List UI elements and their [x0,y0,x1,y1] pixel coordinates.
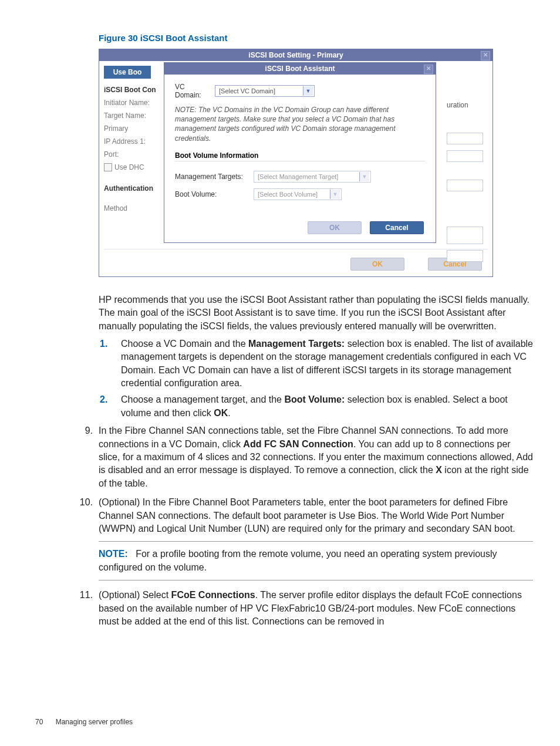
iscsi-boot-assistant-dialog: iSCSI Boot Assistant ✕ VC Domain: [Selec… [164,62,436,243]
text: . [228,408,230,418]
management-targets-select[interactable]: [Select Management Target] ▼ [254,171,371,183]
step-10: 10. (Optional) In the Fibre Channel Boot… [69,496,533,580]
partial-field[interactable] [447,133,483,144]
iscsi-primary-dialog: iSCSI Boot Setting - Primary ✕ Use Boo i… [99,49,493,277]
boot-volume-placeholder: [Select Boot Volume] [258,191,330,198]
list-marker: 11. [76,589,93,602]
target-name-label: Target Name: [104,112,164,120]
list-marker: 10. [76,496,93,509]
substep-1: 1. Choose a VC Domain and the Management… [121,337,533,390]
initiator-name-label: Initiator Name: [104,99,164,107]
intro-paragraph: HP recommends that you use the iSCSI Boo… [99,293,533,333]
list-marker: 9. [76,424,93,437]
port-label: Port: [104,150,164,158]
text: Choose a VC Domain and the [121,339,248,349]
boot-volume-label: Boot Volume: [175,190,250,198]
iscsi-boot-con-label: iSCSI Boot Con [104,86,164,94]
boot-volume-select[interactable]: [Select Boot Volume] ▼ [254,188,342,200]
bold-text: OK [214,408,228,418]
divider [104,249,488,249]
close-icon[interactable]: ✕ [424,65,433,74]
primary-ok-button[interactable]: OK [350,258,404,271]
partial-field[interactable] [447,227,483,244]
assistant-cancel-button[interactable]: Cancel [370,221,424,234]
bold-text: X [436,465,442,475]
note-label: NOTE: [99,549,128,559]
use-dhc-checkbox[interactable]: Use DHC [104,163,164,171]
vc-domain-placeholder: [Select VC Domain] [219,87,303,94]
assistant-ok-button[interactable]: OK [308,221,362,234]
bold-text: FCoE Connections [171,590,255,600]
ip-address-1-label: IP Address 1: [104,137,164,146]
footer-title: Managing server profiles [56,718,133,726]
bold-text: Boot Volume: [284,394,345,404]
management-targets-row: Management Targets: [Select Management T… [175,171,425,183]
page-number: 70 [35,718,43,726]
note-text: For a profile booting from the remote vo… [99,549,497,572]
list-marker: 1. [100,337,107,350]
bold-text: Add FC SAN Connection [243,439,353,449]
boot-volume-info-heading: Boot Volume Information [175,151,425,161]
page-footer: 70 Managing server profiles [35,718,133,726]
use-boo-tab[interactable]: Use Boo [104,66,151,79]
chevron-down-icon[interactable]: ▼ [359,172,369,181]
substep-2: 2. Choose a management target, and the B… [121,393,533,420]
primary-right-slice: uration [447,101,483,268]
vc-domain-note: NOTE: The VC Domains in the VC Domain Gr… [175,105,425,143]
vc-domain-label: VC Domain: [175,83,211,99]
chevron-down-icon[interactable]: ▼ [303,86,313,96]
step-9: 9. In the Fibre Channel SAN connections … [69,424,533,490]
vc-domain-select[interactable]: [Select VC Domain] ▼ [215,85,315,97]
primary-title-text: iSCSI Boot Setting - Primary [248,51,343,59]
management-targets-label: Management Targets: [175,173,250,181]
use-dhc-label: Use DHC [114,163,144,171]
text: (Optional) In the Fibre Channel Boot Par… [99,497,515,534]
primary-button-row: OK Cancel [104,255,488,271]
authentication-label: Authentication [104,184,164,193]
checkbox-icon[interactable] [104,163,112,171]
management-targets-placeholder: [Select Management Target] [258,173,359,180]
vc-domain-row: VC Domain: [Select VC Domain] ▼ [175,83,425,99]
close-icon[interactable]: ✕ [481,51,490,60]
assistant-button-row: OK Cancel [175,218,425,238]
text: (Optional) Select [99,590,171,600]
chevron-down-icon[interactable]: ▼ [330,190,340,199]
method-label: Method [104,204,164,212]
partial-field[interactable] [447,250,483,262]
assistant-title-bar: iSCSI Boot Assistant ✕ [164,63,436,75]
bold-text: Management Targets: [248,339,345,349]
primary-title-bar: iSCSI Boot Setting - Primary ✕ [99,49,492,61]
assistant-title-text: iSCSI Boot Assistant [265,65,335,73]
document-body: HP recommends that you use the iSCSI Boo… [99,293,533,629]
step-11: 11. (Optional) Select FCoE Connections. … [69,589,533,628]
list-marker: 2. [100,393,107,406]
boot-volume-row: Boot Volume: [Select Boot Volume] ▼ [175,188,425,200]
text: Choose a management target, and the [121,394,284,404]
primary-label: Primary [104,124,164,133]
uration-text: uration [447,101,468,109]
figure-caption: Figure 30 iSCSI Boot Assistant [99,33,525,43]
partial-field[interactable] [447,180,483,191]
partial-field[interactable] [447,150,483,162]
primary-left-column: Use Boo iSCSI Boot Con Initiator Name: T… [104,61,164,243]
note-box: NOTE: For a profile booting from the rem… [99,541,533,580]
